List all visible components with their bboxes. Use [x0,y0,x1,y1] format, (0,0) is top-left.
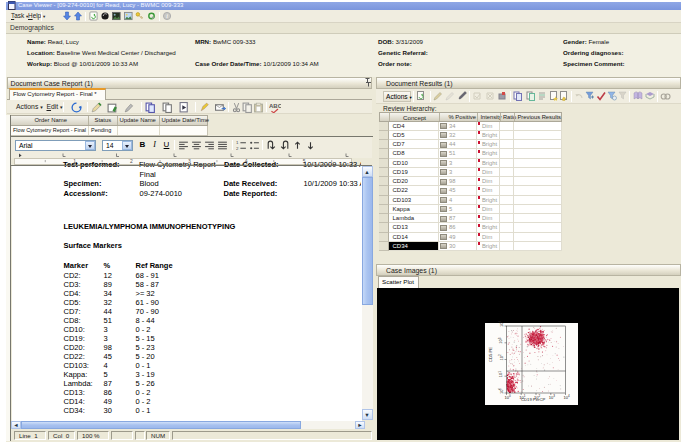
svg-text:CD5 PE: CD5 PE [488,347,493,362]
svg-text:CD19 PerCP: CD19 PerCP [521,397,545,402]
svg-text:104: 104 [498,321,504,327]
